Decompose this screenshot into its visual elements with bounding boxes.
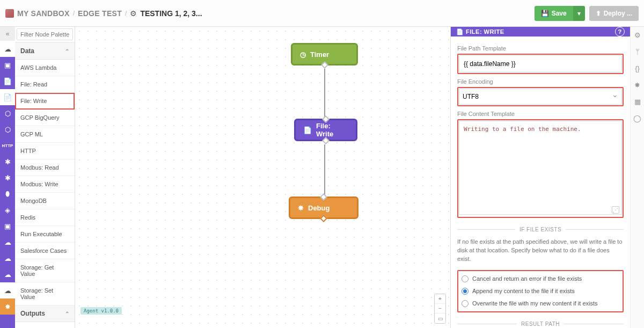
- upload-icon: ⬆: [596, 10, 601, 17]
- debug-icon[interactable]: ✸: [0, 298, 15, 315]
- crumb-project[interactable]: EDGE TEST: [78, 9, 122, 18]
- panel-title: FILE: WRITE: [466, 28, 504, 35]
- content-label: File Content Template: [457, 111, 624, 117]
- palette-item[interactable]: Salesforce Cases: [15, 243, 75, 259]
- slash: /: [125, 10, 127, 17]
- collapse-sidebar[interactable]: «: [0, 27, 15, 41]
- node-debug[interactable]: ✸ Debug: [289, 196, 358, 219]
- icon-rail: « ☁ ▣ 📄 📄 ⬡ ⬡ HTTP ✱ ✱ ⬮ ◈ ▣ ☁ ☁ ☁ ☁ ✸: [0, 27, 15, 328]
- braces-icon[interactable]: {}: [635, 64, 640, 72]
- tool-rail: ⚙ ᛘ {} ✸ ▦ ◯: [630, 27, 644, 328]
- palette-item[interactable]: GCP ML: [15, 126, 75, 143]
- palette-item[interactable]: Debug: [15, 322, 75, 328]
- content-textarea[interactable]: [459, 121, 622, 215]
- deploy-button[interactable]: ⬆ Deploy ...: [589, 6, 639, 21]
- edge: [324, 144, 325, 196]
- hex-icon[interactable]: ⬡: [0, 105, 15, 121]
- palette-item[interactable]: Storage: Set Value: [15, 282, 75, 305]
- node-palette: Data⌃ AWS LambdaFile: ReadFile: WriteGCP…: [15, 27, 75, 328]
- property-panel: 📄 FILE: WRITE ? File Path Template File …: [450, 27, 630, 328]
- clock-icon: ◷: [300, 50, 306, 59]
- page-title: TESTING 1, 2, 3...: [140, 9, 202, 18]
- palette-item[interactable]: HTTP: [15, 143, 75, 159]
- bug-icon: ✸: [298, 204, 304, 212]
- branch-icon[interactable]: ᛘ: [635, 48, 640, 56]
- palette-item[interactable]: Redis: [15, 209, 75, 226]
- resize-handle[interactable]: ⋰: [612, 206, 619, 214]
- group-data[interactable]: Data⌃: [15, 43, 75, 60]
- http-icon[interactable]: HTTP: [0, 137, 15, 154]
- file-path-label: File Path Template: [457, 45, 624, 52]
- flow-canvas[interactable]: ◷ Timer 📄 File: Write ✸ Debug Agent v1.0…: [75, 27, 450, 328]
- lambda-icon[interactable]: ▣: [0, 57, 15, 73]
- palette-filter-input[interactable]: [17, 28, 73, 40]
- node-timer[interactable]: ◷ Timer: [291, 43, 358, 65]
- modbus-icon[interactable]: ✱: [0, 154, 15, 170]
- chevron-up-icon: ⌃: [65, 48, 69, 54]
- redis-icon[interactable]: ◈: [0, 202, 15, 218]
- palette-item[interactable]: Storage: Get Value: [15, 259, 75, 282]
- palette-item[interactable]: MongoDB: [15, 193, 75, 209]
- salesforce-icon[interactable]: ☁: [0, 234, 15, 250]
- run-icon[interactable]: ▣: [0, 218, 15, 234]
- zoom-fit[interactable]: ▭: [435, 314, 445, 323]
- encoding-select[interactable]: UTF8: [459, 89, 622, 105]
- node-filewrite[interactable]: 📄 File: Write: [294, 119, 357, 141]
- avatar: [5, 9, 14, 18]
- exists-help: If no file exists at the path specified …: [457, 238, 624, 264]
- mongo-icon[interactable]: ⬮: [0, 186, 15, 202]
- crumb-sandbox[interactable]: MY SANDBOX: [17, 9, 70, 18]
- opt-cancel[interactable]: Cancel and return an error if the file e…: [462, 275, 619, 282]
- section-result-path: RESULT PATH: [521, 321, 560, 327]
- palette-item[interactable]: Modbus: Read: [15, 159, 75, 176]
- modbus-icon[interactable]: ✱: [0, 170, 15, 186]
- exists-options: Cancel and return an error if the file e…: [457, 270, 624, 312]
- file-write-icon[interactable]: 📄: [0, 89, 15, 105]
- palette-item[interactable]: GCP BigQuery: [15, 110, 75, 126]
- group-outputs[interactable]: Outputs⌃: [15, 305, 75, 322]
- debug-icon[interactable]: ✸: [634, 81, 640, 89]
- cloud-icon[interactable]: ☁: [0, 41, 15, 57]
- file-icon[interactable]: 📄: [0, 73, 15, 89]
- grid-icon[interactable]: ▦: [634, 98, 641, 106]
- palette-item[interactable]: File: Read: [15, 76, 75, 93]
- storage-set-icon[interactable]: ☁: [0, 266, 15, 282]
- palette-item[interactable]: Modbus: Write: [15, 176, 75, 193]
- zoom-out[interactable]: −: [435, 304, 445, 314]
- palette-item[interactable]: AWS Lambda: [15, 60, 75, 76]
- save-button[interactable]: 💾 Save: [535, 6, 573, 21]
- zoom-in[interactable]: +: [435, 294, 445, 304]
- file-icon: 📄: [303, 126, 312, 134]
- slash: /: [73, 10, 75, 17]
- palette-item[interactable]: Run Executable: [15, 226, 75, 243]
- save-dropdown[interactable]: ▾: [573, 6, 585, 21]
- storage-get-icon[interactable]: ☁: [0, 250, 15, 266]
- gear-icon[interactable]: ⚙: [130, 9, 137, 18]
- globe-icon[interactable]: ◯: [633, 114, 641, 122]
- opt-overwrite[interactable]: Overwrite the file with my new content i…: [462, 300, 619, 307]
- edge: [324, 69, 325, 118]
- breadcrumb: MY SANDBOX / EDGE TEST / ⚙ TESTING 1, 2,…: [5, 9, 535, 18]
- help-icon[interactable]: ?: [615, 27, 625, 37]
- section-if-exists: IF FILE EXISTS: [519, 227, 561, 232]
- opt-append[interactable]: Append my content to the file if it exis…: [462, 288, 619, 295]
- palette-item[interactable]: File: Write: [15, 93, 75, 110]
- hex-icon[interactable]: ⬡: [0, 121, 15, 137]
- encoding-label: File Encoding: [457, 78, 624, 85]
- gear-icon[interactable]: ⚙: [634, 31, 641, 39]
- file-icon: 📄: [456, 28, 464, 35]
- save-icon: 💾: [541, 10, 549, 17]
- chevron-up-icon: ⌃: [65, 311, 69, 317]
- outputs-icon[interactable]: ☁: [0, 282, 15, 298]
- agent-version: Agent v1.0.0: [80, 307, 122, 315]
- file-path-input[interactable]: [459, 55, 622, 72]
